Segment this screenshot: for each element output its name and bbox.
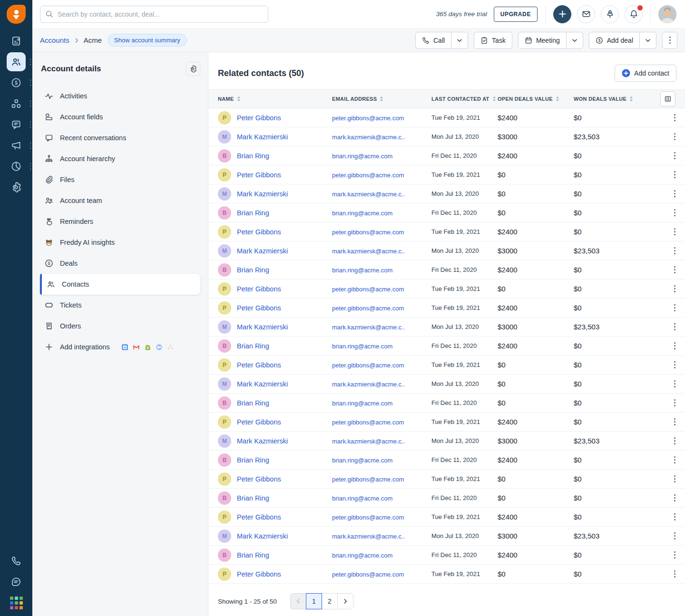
sidebar-item-account-hierarchy[interactable]: Account hierarchy (40, 148, 200, 169)
row-menu-button[interactable] (671, 377, 678, 390)
contact-name-link[interactable]: Mark Kazmierski (237, 437, 288, 445)
sidebar-item-tickets[interactable]: Tickets (40, 295, 200, 316)
breadcrumb-accounts-link[interactable]: Accounts (40, 36, 69, 44)
row-menu-button[interactable] (671, 529, 678, 542)
upgrade-button[interactable]: UPGRADE (494, 7, 538, 22)
contact-email-link[interactable]: peter.gibbons@acme.com (332, 229, 404, 236)
column-header-open-deals-value[interactable]: OPEN DEALS VALUE (498, 96, 574, 102)
sidebar-item-freddy-ai-insights[interactable]: Freddy AI insights (40, 232, 200, 253)
column-header-last-contacted-at[interactable]: LAST CONTACTED AT (431, 96, 498, 102)
call-dropdown-button[interactable] (451, 32, 468, 49)
freshworks-logo[interactable] (7, 5, 26, 24)
sidebar-item-recent-conversations[interactable]: Recent conversations (40, 127, 200, 148)
rail-item-deals[interactable]: $ (0, 72, 32, 93)
row-menu-button[interactable] (671, 339, 678, 352)
row-menu-button[interactable] (671, 320, 678, 333)
row-menu-button[interactable] (671, 149, 678, 162)
page-button-1[interactable]: 1 (306, 593, 322, 609)
contact-name-link[interactable]: Brian Ring (237, 266, 269, 274)
contact-name-link[interactable]: Peter Gibbons (237, 513, 281, 521)
contact-email-link[interactable]: peter.gibbons@acme.com (332, 419, 404, 426)
sidebar-item-orders[interactable]: Orders (40, 316, 200, 337)
contact-name-link[interactable]: Brian Ring (237, 209, 269, 217)
sidebar-item-files[interactable]: Files (40, 169, 200, 190)
sidebar-item-activities[interactable]: Activities (40, 86, 200, 106)
notifications-button[interactable] (625, 5, 643, 23)
contact-email-link[interactable]: mark.kazmiersk@acme.c.. (332, 381, 405, 388)
sidebar-item-reminders[interactable]: Reminders (40, 211, 200, 232)
rail-item-megaphone[interactable] (0, 135, 32, 156)
contact-name-link[interactable]: Peter Gibbons (237, 228, 281, 236)
row-menu-button[interactable] (671, 187, 678, 200)
contact-name-link[interactable]: Brian Ring (237, 152, 269, 160)
contact-name-link[interactable]: Peter Gibbons (237, 114, 281, 122)
meeting-dropdown-button[interactable] (566, 32, 583, 49)
contact-name-link[interactable]: Peter Gibbons (237, 304, 281, 312)
rail-item-org-chart[interactable] (0, 93, 32, 114)
rail-item-support-chat[interactable] (0, 571, 32, 592)
row-menu-button[interactable] (671, 491, 678, 504)
search-input[interactable] (40, 6, 268, 23)
contact-name-link[interactable]: Mark Kazmierski (237, 532, 288, 540)
task-button[interactable]: Task (474, 32, 512, 49)
sidebar-item-contacts[interactable]: Contacts (40, 274, 200, 295)
contact-email-link[interactable]: brian.ring@acme.com (332, 400, 392, 407)
contact-name-link[interactable]: Peter Gibbons (237, 570, 281, 578)
contact-name-link[interactable]: Mark Kazmierski (237, 133, 288, 141)
contact-email-link[interactable]: mark.kazmiersk@acme.c.. (332, 191, 405, 198)
contact-email-link[interactable]: peter.gibbons@acme.com (332, 286, 404, 293)
call-button[interactable]: Call (415, 32, 451, 49)
column-picker-button[interactable] (660, 91, 675, 106)
contact-email-link[interactable]: peter.gibbons@acme.com (332, 362, 404, 369)
contact-email-link[interactable]: peter.gibbons@acme.com (332, 476, 404, 483)
contact-email-link[interactable]: peter.gibbons@acme.com (332, 571, 404, 578)
row-menu-button[interactable] (671, 434, 678, 447)
contact-name-link[interactable]: Brian Ring (237, 342, 269, 350)
contact-name-link[interactable]: Mark Kazmierski (237, 247, 288, 255)
sidebar-item-deals[interactable]: $Deals (40, 253, 200, 274)
row-menu-button[interactable] (671, 244, 678, 257)
contact-email-link[interactable]: brian.ring@acme.com (332, 267, 392, 274)
user-avatar[interactable] (658, 5, 676, 23)
contact-name-link[interactable]: Peter Gibbons (237, 171, 281, 179)
add-integrations-item[interactable]: Add integrations 31S (40, 337, 200, 357)
row-menu-button[interactable] (671, 453, 678, 466)
contact-email-link[interactable]: mark.kazmiersk@acme.c.. (332, 248, 405, 255)
rail-item-chat[interactable] (0, 114, 32, 135)
panel-settings-button[interactable] (186, 62, 200, 76)
contact-name-link[interactable]: Brian Ring (237, 551, 269, 559)
sidebar-item-account-team[interactable]: Account team (40, 190, 200, 211)
contact-name-link[interactable]: Peter Gibbons (237, 475, 281, 483)
contact-name-link[interactable]: Peter Gibbons (237, 285, 281, 293)
row-menu-button[interactable] (671, 396, 678, 409)
contact-name-link[interactable]: Mark Kazmierski (237, 190, 288, 198)
contact-name-link[interactable]: Peter Gibbons (237, 418, 281, 426)
row-menu-button[interactable] (671, 549, 678, 561)
contact-email-link[interactable]: brian.ring@acme.com (332, 343, 392, 350)
rail-item-phone[interactable] (0, 550, 32, 571)
row-menu-button[interactable] (671, 206, 678, 219)
column-header-won-deals-value[interactable]: WON DEALS VALUE (574, 96, 660, 102)
quick-add-button[interactable] (553, 5, 571, 23)
add-contact-button[interactable]: Add contact (615, 65, 676, 82)
contact-email-link[interactable]: mark.kazmiersk@acme.c.. (332, 324, 405, 331)
contact-email-link[interactable]: mark.kazmiersk@acme.c.. (332, 438, 405, 445)
row-menu-button[interactable] (671, 168, 678, 181)
row-menu-button[interactable] (671, 111, 678, 124)
show-account-summary-chip[interactable]: Show account summary (108, 34, 187, 47)
row-menu-button[interactable] (671, 415, 678, 428)
contact-email-link[interactable]: brian.ring@acme.com (332, 457, 392, 464)
contact-email-link[interactable]: peter.gibbons@acme.com (332, 305, 404, 312)
row-menu-button[interactable] (671, 130, 678, 143)
contact-name-link[interactable]: Peter Gibbons (237, 361, 281, 369)
contact-email-link[interactable]: mark.kazmiersk@acme.c.. (332, 134, 405, 141)
rail-item-analytics-pie[interactable] (0, 156, 32, 177)
column-header-email-address[interactable]: EMAIL ADDRESS (332, 96, 431, 102)
contact-email-link[interactable]: peter.gibbons@acme.com (332, 514, 404, 521)
add-deal-button[interactable]: $ Add deal (589, 32, 640, 49)
contact-email-link[interactable]: brian.ring@acme.com (332, 552, 392, 559)
whats-new-button[interactable] (601, 5, 619, 23)
contact-email-link[interactable]: peter.gibbons@acme.com (332, 172, 404, 179)
contact-name-link[interactable]: Brian Ring (237, 456, 269, 464)
contact-name-link[interactable]: Brian Ring (237, 399, 269, 407)
